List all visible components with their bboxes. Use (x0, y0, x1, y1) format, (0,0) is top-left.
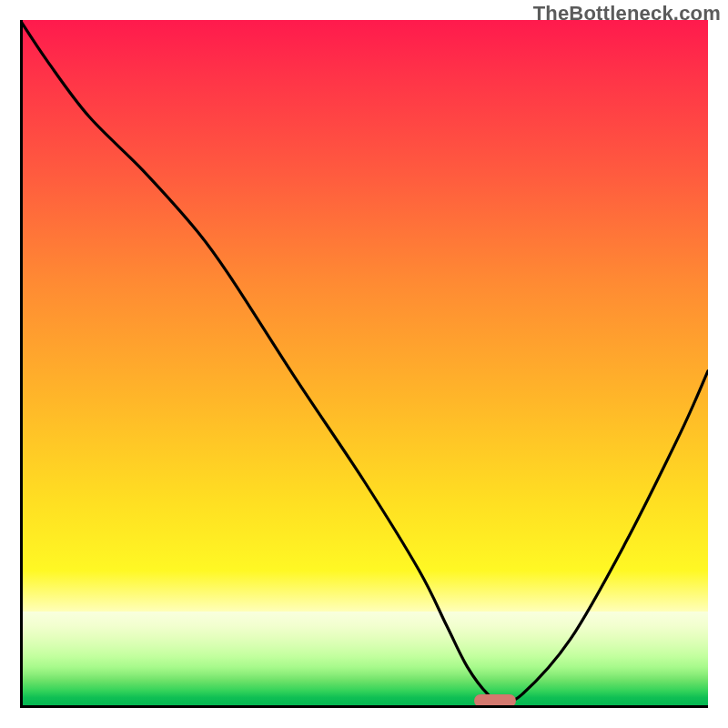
chart-canvas: TheBottleneck.com (0, 0, 728, 728)
optimal-marker-icon (474, 694, 516, 707)
plot-area (20, 20, 708, 708)
bottleneck-curve (20, 20, 708, 708)
